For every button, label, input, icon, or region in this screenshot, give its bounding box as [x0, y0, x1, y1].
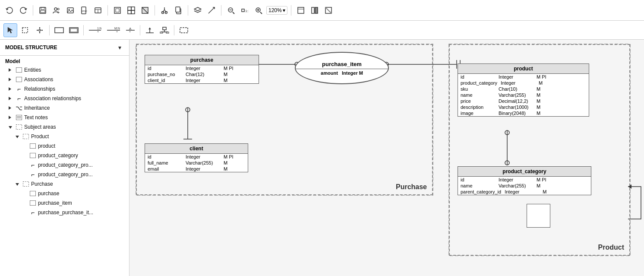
svg-line-42 — [325, 7, 331, 13]
sidebar-item-purchase-group[interactable]: Purchase — [0, 179, 129, 189]
purchase-group-label: Purchase — [31, 181, 53, 187]
diagonal-view-button[interactable] — [322, 4, 335, 16]
undo-button[interactable] — [3, 4, 16, 16]
zoom-value: 120% — [268, 7, 282, 13]
svg-rect-69 — [16, 115, 22, 120]
sidebar-item-product-group[interactable]: Product — [0, 132, 129, 141]
table-product-row-desc: descriptionVarchar(1000)M — [458, 104, 589, 110]
canvas-area[interactable]: Purchase Product purchase id Integer M P… — [129, 40, 644, 276]
pan-tool-button[interactable] — [33, 23, 47, 37]
svg-point-4 — [57, 8, 59, 10]
svg-rect-16 — [128, 10, 131, 14]
table-product-row-name: nameVarchar(255)M — [458, 92, 589, 98]
frame-button[interactable] — [111, 4, 123, 16]
svg-rect-39 — [312, 7, 314, 13]
zoom-fit-button[interactable]: 1:1 — [239, 4, 251, 16]
sidebar-item-purchase[interactable]: purchase — [0, 189, 129, 198]
rel-mn-button[interactable]: M:N+ — [104, 23, 123, 37]
svg-rect-77 — [30, 191, 36, 196]
redo-button[interactable] — [17, 4, 29, 16]
purchase-item-label: purchase_item — [38, 200, 72, 206]
svg-rect-37 — [298, 7, 304, 13]
svg-text:PDF: PDF — [82, 10, 87, 13]
product-icon — [29, 143, 36, 149]
save-button[interactable] — [37, 4, 49, 16]
list-view-button[interactable] — [309, 4, 321, 16]
svg-rect-14 — [128, 7, 131, 10]
extend-button[interactable] — [143, 23, 157, 37]
select-all-button[interactable] — [125, 4, 137, 16]
copy-button[interactable] — [172, 4, 184, 16]
users-button[interactable] — [51, 4, 63, 16]
purchase-purchase-it-label: purchase_purchase_it... — [38, 209, 93, 216]
rel-a-button[interactable]: A+ — [123, 23, 137, 37]
svg-text:+: + — [129, 30, 131, 33]
select-none-button[interactable] — [139, 4, 151, 16]
table-product-category[interactable]: product_category idIntegerM PI nameVarch… — [458, 166, 591, 195]
sidebar-item-purchase-purchase-it[interactable]: ⌐ purchase_purchase_it... — [0, 208, 129, 217]
table-purchase-row-id: id Integer M PI — [145, 65, 259, 71]
hatching-button[interactable] — [177, 23, 191, 37]
diag-sep3 — [140, 25, 140, 35]
sidebar-item-product[interactable]: product — [0, 141, 129, 151]
cut-button[interactable] — [158, 4, 170, 16]
sidebar-item-product-category[interactable]: product_category — [0, 151, 129, 160]
sidebar-item-subject-areas[interactable]: Subject areas — [0, 122, 129, 132]
connector-button[interactable] — [205, 4, 218, 16]
subject-areas-label: Subject areas — [24, 124, 56, 130]
sep1 — [33, 5, 33, 16]
sep3 — [155, 5, 155, 16]
pdf-button[interactable]: PDF — [78, 4, 90, 16]
image-button[interactable] — [64, 4, 76, 16]
rel-1n-button[interactable]: 1:N+ — [86, 23, 104, 37]
sidebar-item-textnotes[interactable]: Text notes — [0, 113, 129, 122]
table-client-row-email: emailIntegerM — [145, 166, 248, 172]
svg-text:1:N: 1:N — [97, 27, 101, 30]
marquee-tool-button[interactable] — [18, 23, 32, 37]
sidebar-collapse-button[interactable]: ▾ — [115, 43, 124, 52]
subtype-button[interactable] — [158, 23, 171, 37]
relationships-arrow — [9, 87, 14, 92]
svg-rect-48 — [70, 29, 77, 32]
table-button[interactable] — [92, 4, 104, 16]
sidebar-item-prod-cat-pro2[interactable]: ⌐ product_category_pro... — [0, 170, 129, 179]
column-view-button[interactable] — [295, 4, 307, 16]
sidebar-item-purchase-item[interactable]: purchase_item — [0, 198, 129, 208]
svg-point-45 — [39, 29, 41, 31]
sidebar-item-entities[interactable]: Entities — [0, 65, 129, 75]
sidebar-item-prod-cat-pro1[interactable]: ⌐ product_category_pro... — [0, 160, 129, 170]
weak-entity-tool-button[interactable] — [67, 23, 81, 37]
table-purchase-row-cid: client_id Integer M — [145, 77, 259, 83]
zoom-out-button[interactable] — [225, 4, 237, 16]
purchase-group-icon — [22, 181, 29, 187]
zoom-selector[interactable]: 120% ▾ — [266, 6, 287, 15]
oval-purchase-item[interactable]: purchase_item amount Integer M — [295, 52, 389, 84]
associations-icon — [16, 76, 22, 83]
table-client[interactable]: client idIntegerM PI full_nameVarchar(25… — [145, 143, 248, 172]
sidebar-item-associations[interactable]: Associations — [0, 75, 129, 84]
svg-marker-43 — [8, 27, 13, 33]
table-product[interactable]: product idIntegerM PI product_categoryIn… — [458, 63, 589, 117]
subject-areas-icon — [16, 124, 22, 130]
svg-line-36 — [260, 12, 262, 14]
select-tool-button[interactable] — [3, 23, 17, 37]
toolbar-top: PDF 1:1 120% ▾ — [0, 0, 644, 21]
entity-tool-button[interactable] — [52, 23, 66, 37]
svg-rect-72 — [16, 124, 22, 130]
table-product-header: product — [458, 64, 589, 74]
svg-text:1:1: 1:1 — [245, 9, 249, 13]
self-ref-box — [527, 204, 550, 228]
sidebar-item-relationships[interactable]: ⌐ Relationships — [0, 84, 129, 94]
svg-rect-31 — [242, 9, 244, 12]
zoom-in-button[interactable] — [253, 4, 265, 16]
svg-rect-74 — [30, 143, 36, 149]
sidebar-item-inheritance[interactable]: ⌥ Inheritance — [0, 103, 129, 113]
layers-button[interactable] — [192, 4, 204, 16]
product-cat-label: product_category — [38, 152, 78, 159]
sidebar-item-assoc-rel[interactable]: ⌐ Association relationships — [0, 94, 129, 103]
svg-text:+: + — [97, 30, 99, 33]
table-purchase[interactable]: purchase id Integer M PI purchase_no Cha… — [145, 55, 259, 84]
sidebar-header: MODEL STRUCTURE ▾ — [0, 40, 129, 56]
svg-rect-64 — [160, 32, 163, 33]
purchase-label: purchase — [38, 190, 59, 197]
